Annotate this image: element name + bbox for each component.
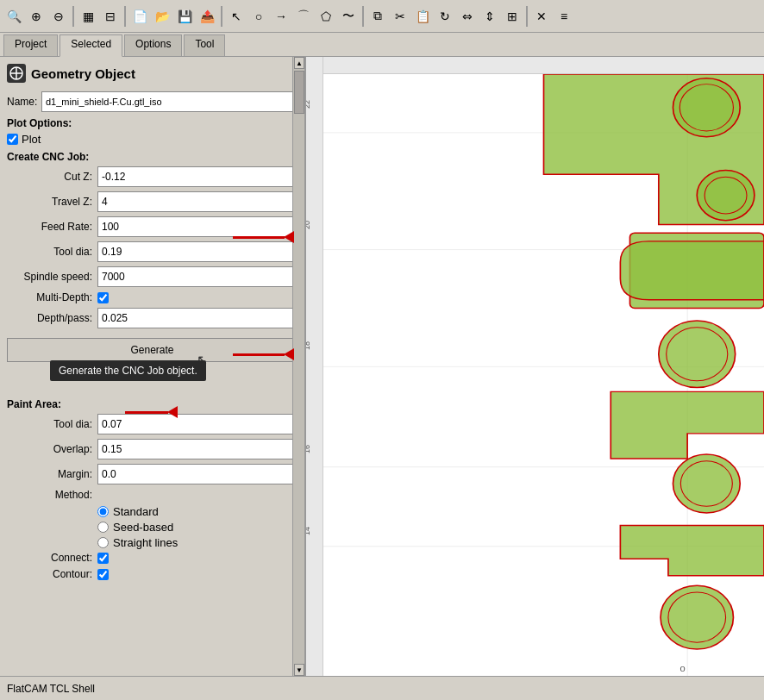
spindle-speed-label: Spindle speed:	[7, 271, 97, 283]
margin-label: Margin:	[7, 468, 97, 480]
cut-z-input[interactable]	[97, 166, 297, 187]
zoom-fit-icon[interactable]: 🔍	[3, 6, 24, 27]
flip-v-icon[interactable]: ⇕	[479, 6, 500, 27]
method-standard-label: Standard	[113, 505, 159, 518]
toolbar: 🔍 ⊕ ⊖ ▦ ⊟ 📄 📂 💾 📤 ↖ ○ → ⌒ ⬠ 〜 ⧉ ✂ 📋 ↻ ⇔ …	[0, 0, 764, 33]
close-icon[interactable]: ✕	[531, 6, 552, 27]
multi-depth-arrow-annotation	[125, 406, 178, 418]
name-row: Name:	[7, 91, 297, 112]
method-standard-radio[interactable]	[97, 506, 109, 517]
left-panel: Geometry Object Name: Plot Options: Plot…	[0, 57, 306, 676]
separator1	[72, 6, 74, 27]
ruler-mark-14: 14	[306, 527, 311, 535]
method-seed-row: Seed-based	[97, 521, 297, 534]
spindle-speed-input[interactable]	[97, 266, 297, 287]
depth-pass-input[interactable]	[97, 308, 297, 328]
feed-rate-label: Feed Rate:	[7, 221, 97, 233]
canvas-svg: 0	[323, 74, 764, 676]
create-cnc-header: Create CNC Job:	[7, 151, 297, 163]
overlap-row: Overlap:	[7, 439, 297, 459]
method-radio-group: Standard Seed-based Straight lines	[97, 505, 297, 549]
ruler-mark-18: 18	[306, 341, 311, 350]
grid2-icon[interactable]: ⊟	[100, 6, 121, 27]
arrow-right-icon[interactable]: →	[271, 6, 291, 27]
margin-input[interactable]	[97, 464, 297, 484]
save-icon[interactable]: 💾	[174, 6, 195, 27]
scrollbar-track[interactable]: ▲ ▼	[292, 57, 304, 676]
contour-checkbox[interactable]	[97, 569, 109, 580]
copy-icon[interactable]: ⧉	[367, 6, 388, 27]
mirror-icon[interactable]: ⊞	[502, 6, 523, 27]
export-icon[interactable]: 📤	[197, 6, 217, 27]
flip-h-icon[interactable]: ⇔	[457, 6, 478, 27]
multi-depth-row: Multi-Depth:	[7, 291, 297, 303]
zoom-in-icon[interactable]: ⊕	[26, 6, 47, 27]
travel-z-label: Travel Z:	[7, 196, 97, 208]
more-icon[interactable]: ≡	[554, 6, 574, 27]
method-straight-label: Straight lines	[113, 536, 178, 549]
depth-pass-label: Depth/pass:	[7, 312, 97, 324]
plot-label: Plot	[22, 133, 41, 146]
connect-checkbox[interactable]	[97, 553, 109, 564]
connect-row: Connect:	[7, 552, 297, 564]
canvas-area: 22 20 18 16 14	[306, 57, 764, 676]
paste-icon[interactable]: 📋	[412, 6, 433, 27]
tab-options[interactable]: Options	[124, 34, 182, 56]
ruler-mark-16: 16	[306, 445, 311, 453]
overlap-label: Overlap:	[7, 443, 97, 455]
cut-z-row: Cut Z:	[7, 166, 297, 187]
path-icon[interactable]: ⌒	[293, 6, 314, 27]
travel-z-input[interactable]	[97, 191, 297, 212]
zoom-out-icon[interactable]: ⊖	[48, 6, 69, 27]
tab-tool[interactable]: Tool	[184, 34, 225, 56]
multi-depth-label: Multi-Depth:	[7, 291, 97, 303]
multi-depth-checkbox[interactable]	[97, 292, 109, 303]
tool-dia-label: Tool dia:	[7, 246, 97, 258]
tool-dia-input[interactable]	[97, 241, 297, 262]
scroll-thumb[interactable]	[294, 71, 304, 114]
grid-icon[interactable]: ▦	[78, 6, 98, 27]
cursor-icon[interactable]: ↖	[226, 6, 247, 27]
tab-project[interactable]: Project	[3, 34, 58, 56]
method-straight-radio[interactable]	[97, 537, 109, 548]
cursor-indicator: ↖	[197, 352, 208, 368]
separator5	[526, 6, 528, 27]
tab-selected[interactable]: Selected	[59, 34, 122, 57]
svg-text:0: 0	[679, 665, 685, 673]
scroll-down-button[interactable]: ▼	[294, 664, 304, 676]
plot-checkbox[interactable]	[7, 134, 18, 145]
method-straight-row: Straight lines	[97, 536, 297, 549]
new-icon[interactable]: 📄	[129, 6, 150, 27]
contour-row: Contour:	[7, 568, 297, 580]
overlap-input[interactable]	[97, 439, 297, 459]
cut-icon[interactable]: ✂	[390, 6, 410, 27]
plot-row: Plot	[7, 133, 297, 146]
wave-icon[interactable]: 〜	[338, 6, 359, 27]
spindle-speed-row: Spindle speed:	[7, 266, 297, 287]
name-input[interactable]	[41, 91, 297, 112]
paint-tool-dia-label: Tool dia:	[7, 418, 97, 430]
cut-z-arrow-annotation	[233, 231, 294, 243]
generate-tooltip: Generate the CNC Job object.	[50, 360, 206, 381]
ruler-vertical: 22 20 18 16 14	[306, 57, 323, 676]
method-label: Method:	[7, 489, 97, 501]
method-standard-row: Standard	[97, 505, 297, 518]
separator2	[124, 6, 126, 27]
separator3	[221, 6, 222, 27]
canvas-content: 0	[323, 74, 764, 676]
rotate-icon[interactable]: ↻	[435, 6, 455, 27]
scroll-up-button[interactable]: ▲	[294, 57, 304, 69]
method-seed-radio[interactable]	[97, 522, 109, 533]
circle-icon[interactable]: ○	[248, 6, 269, 27]
tool-dia-arrow-annotation	[233, 348, 294, 360]
separator4	[362, 6, 364, 27]
cut-z-label: Cut Z:	[7, 171, 97, 183]
main-layout: Geometry Object Name: Plot Options: Plot…	[0, 57, 764, 676]
ruler-horizontal	[323, 57, 764, 74]
name-label: Name:	[7, 96, 41, 108]
open-icon[interactable]: 📂	[152, 6, 172, 27]
method-row: Method:	[7, 489, 297, 501]
polygon-icon[interactable]: ⬠	[316, 6, 336, 27]
status-bar: FlatCAM TCL Shell	[0, 676, 764, 700]
tool-dia-row: Tool dia:	[7, 241, 297, 262]
